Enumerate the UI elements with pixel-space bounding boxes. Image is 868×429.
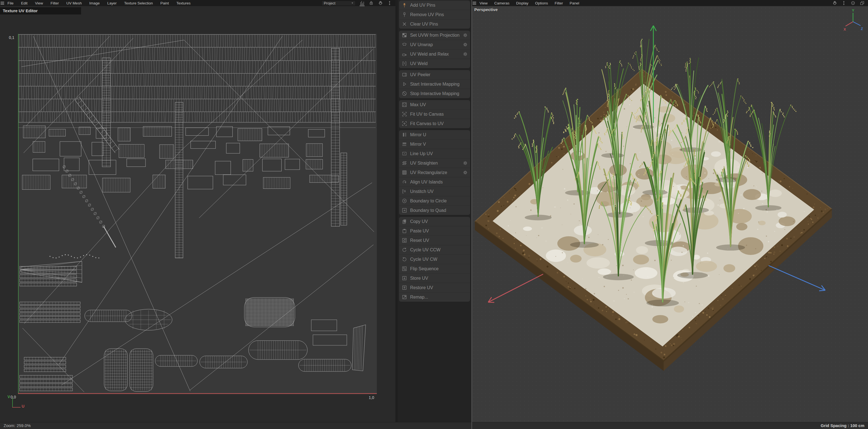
uv-command-label: Boundary to Circle (410, 199, 468, 203)
scroll-vertical-icon[interactable] (387, 1, 392, 5)
menu-item-image[interactable]: Image (89, 1, 100, 5)
perspective-viewport[interactable]: Perspective YXZ (472, 6, 868, 422)
uv-command-label: Mirror V (410, 142, 468, 147)
menu-item-edit[interactable]: Edit (21, 1, 28, 5)
hamburger-menu-icon[interactable] (472, 1, 477, 5)
application-window: FileEditViewFilterUV MeshImageLayerTextu… (0, 0, 868, 429)
uv-command-start-interactive-mapping[interactable]: Start Interactive Mapping (399, 79, 470, 89)
hamburger-menu-icon[interactable] (0, 1, 5, 5)
uv-command-uv-weld-and-relax[interactable]: UV Weld and Relax (399, 49, 470, 59)
uv-command-boundary-to-circle[interactable]: Boundary to Circle (399, 196, 470, 205)
menu-item-display[interactable]: Display (516, 1, 528, 5)
menu-item-filter[interactable]: Filter (555, 1, 563, 5)
uv-canvas[interactable] (18, 34, 377, 394)
gear-options-icon[interactable] (463, 52, 468, 57)
uv-command-label: Unstitch UV (410, 189, 468, 194)
gear-options-icon[interactable] (463, 32, 468, 38)
uv-command-unstitch-uv[interactable]: Unstitch UV (399, 187, 470, 196)
fit-uv-icon (402, 111, 407, 117)
menu-item-texture-selection[interactable]: Texture Selection (124, 1, 153, 5)
menu-item-file[interactable]: File (7, 1, 13, 5)
axis-gizmo: YXZ (842, 8, 864, 34)
uv-command-label: UV Weld and Relax (410, 52, 460, 57)
uv-command-remap[interactable]: Remap... (399, 292, 470, 302)
menu-item-uv-mesh[interactable]: UV Mesh (66, 1, 82, 5)
fit-canvas-icon (402, 121, 407, 126)
mirror-u-icon (402, 132, 407, 138)
gear-options-icon[interactable] (463, 170, 468, 175)
uv-command-mirror-u[interactable]: Mirror U (399, 130, 470, 139)
v-axis-line (12, 398, 13, 408)
hand-icon[interactable] (378, 1, 383, 5)
svg-text:Z: Z (861, 27, 863, 31)
gear-options-icon[interactable] (463, 161, 468, 166)
uv-command-restore-uv[interactable]: Restore UV (399, 283, 470, 292)
menu-item-cameras[interactable]: Cameras (494, 1, 509, 5)
texture-uv-editor-tab[interactable]: Texture UV Editor (0, 7, 81, 15)
weld-icon (402, 61, 407, 66)
uv-command-line-up-uv[interactable]: Line Up UV (399, 149, 470, 158)
uv-command-set-uvw-from-projection[interactable]: Set UVW from Projection (399, 31, 470, 40)
uv-command-mirror-v[interactable]: Mirror V (399, 139, 470, 149)
uv-command-stop-interactive-mapping[interactable]: Stop Interactive Mapping (399, 89, 470, 98)
menu-item-layer[interactable]: Layer (107, 1, 117, 5)
uv-command-uv-peeler[interactable]: UV Peeler (399, 70, 470, 79)
unstitch-icon (402, 189, 407, 194)
uv-command-uv-unwrap[interactable]: UV Unwrap (399, 40, 470, 49)
menu-item-view[interactable]: View (479, 1, 488, 5)
straighten-icon (402, 160, 407, 166)
menu-item-view[interactable]: View (35, 1, 43, 5)
uv-command-copy-uv[interactable]: Copy UV (399, 217, 470, 226)
uv-command-boundary-to-quad[interactable]: Boundary to Quad (399, 205, 470, 215)
uv-command-label: Reset UV (410, 238, 468, 243)
uv-command-label: Boundary to Quad (410, 208, 468, 213)
uv-command-uv-rectangularize[interactable]: UV Rectangularize (399, 168, 470, 177)
hand-icon[interactable] (832, 1, 837, 5)
uv-command-fit-canvas-to-uv[interactable]: Fit Canvas to UV (399, 119, 470, 128)
uv-command-group: Copy UVPaste UVReset UVCycle UV CCWCycle… (399, 217, 470, 302)
uv-command-paste-uv[interactable]: Paste UV (399, 226, 470, 235)
restore-icon (402, 285, 407, 290)
uv-command-flip-sequence[interactable]: Flip Sequence (399, 264, 470, 273)
uv-command-align-uv-islands[interactable]: Align UV Islands (399, 177, 470, 187)
maximize-icon[interactable] (860, 1, 865, 5)
uv-command-label: Stop Interactive Mapping (410, 91, 468, 96)
menu-item-options[interactable]: Options (535, 1, 548, 5)
uv-command-uv-straighten[interactable]: UV Straighten (399, 158, 470, 168)
orbit-icon[interactable] (850, 1, 856, 5)
panel-splitter[interactable] (471, 0, 472, 429)
uv-command-label: Restore UV (410, 285, 468, 290)
uv-command-add-uv-pins[interactable]: Add UV Pins (399, 1, 470, 10)
uv-command-max-uv[interactable]: Max UV (399, 100, 470, 109)
u-axis-label: U (22, 404, 25, 408)
uv-command-uv-weld[interactable]: UV Weld (399, 59, 470, 68)
uv-command-clear-uv-pins[interactable]: Clear UV Pins (399, 19, 470, 29)
uv-command-cycle-uv-ccw[interactable]: Cycle UV CCW (399, 245, 470, 254)
uv-command-reset-uv[interactable]: Reset UV (399, 235, 470, 245)
menu-item-filter[interactable]: Filter (51, 1, 59, 5)
play-icon (402, 81, 407, 87)
uv-command-remove-uv-pins[interactable]: Remove UV Pins (399, 10, 470, 19)
uv-command-store-uv[interactable]: Store UV (399, 273, 470, 283)
uv-command-cycle-uv-cw[interactable]: Cycle UV CW (399, 254, 470, 264)
uv-command-fit-uv-to-canvas[interactable]: Fit UV to Canvas (399, 109, 470, 119)
flip-icon (402, 266, 407, 271)
uv-label-0-1: 0,1 (9, 35, 14, 40)
uv-command-label: Cycle UV CW (410, 257, 468, 262)
gear-options-icon[interactable] (463, 42, 468, 47)
menu-item-textures[interactable]: Textures (176, 1, 190, 5)
project-dropdown[interactable]: Project (321, 1, 356, 6)
uv-command-label: Remove UV Pins (410, 12, 468, 17)
svg-text:X: X (843, 27, 846, 31)
uv-editor-scrollbar[interactable] (395, 0, 398, 422)
menu-item-paint[interactable]: Paint (160, 1, 169, 5)
camera-label[interactable]: Perspective (474, 7, 498, 12)
menu-item-panel[interactable]: Panel (570, 1, 580, 5)
paste-icon (402, 228, 407, 234)
viewport-menubar: ViewCamerasDisplayOptionsFilterPanel (472, 0, 868, 6)
uv-command-label: Add UV Pins (410, 3, 468, 8)
histogram-icon[interactable] (360, 0, 365, 6)
lock-icon[interactable] (369, 1, 374, 5)
boundary-quad-icon (402, 207, 407, 213)
scroll-vertical-icon[interactable] (841, 1, 846, 5)
